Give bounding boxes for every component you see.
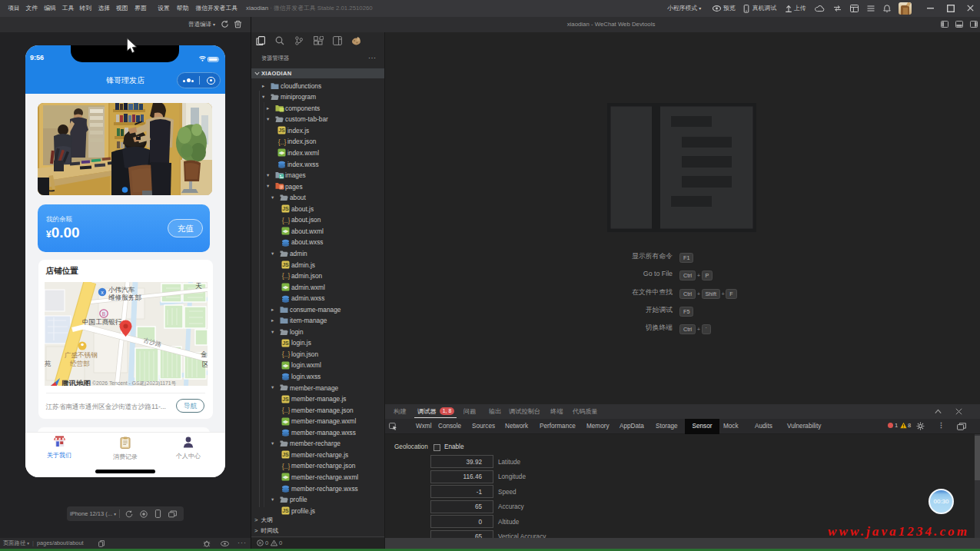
svg-text:◂▸: ◂▸ <box>278 150 286 157</box>
svg-text:◂▸: ◂▸ <box>282 418 290 425</box>
svg-text:{..}: {..} <box>282 350 291 358</box>
svg-text:x: x <box>101 290 104 295</box>
svg-text:{..}: {..} <box>282 216 291 224</box>
svg-text:中国工商银行: 中国工商银行 <box>82 318 122 326</box>
svg-text:◂▸: ◂▸ <box>282 227 290 234</box>
svg-text:◂▸: ◂▸ <box>282 284 290 290</box>
svg-text:◂▸: ◂▸ <box>282 362 290 369</box>
svg-text:B: B <box>101 311 105 317</box>
svg-text:{..}: {..} <box>282 462 291 470</box>
svg-text:JS: JS <box>282 262 289 267</box>
svg-text:{..}: {..} <box>282 407 291 414</box>
svg-text:{..}: {..} <box>282 272 291 280</box>
svg-text:JS: JS <box>282 508 289 513</box>
svg-text:天: 天 <box>195 282 202 290</box>
svg-text:金: 金 <box>201 350 208 358</box>
svg-text:◂▸: ◂▸ <box>282 474 290 481</box>
svg-text:腾讯地图: 腾讯地图 <box>61 379 91 386</box>
svg-text:区: 区 <box>202 360 208 368</box>
svg-text:©2026 Tencent - GS雮(2023)1171号: ©2026 Tencent - GS雮(2023)1171号 <box>92 380 177 386</box>
svg-text:经营部: 经营部 <box>70 360 90 367</box>
svg-text:苑: 苑 <box>45 360 51 367</box>
svg-text:JS: JS <box>282 453 289 458</box>
svg-text:{..}: {..} <box>278 138 287 145</box>
svg-text:小伟汽车: 小伟汽车 <box>108 286 135 294</box>
svg-text:JS: JS <box>282 207 289 212</box>
svg-text:维修服务部: 维修服务部 <box>108 294 141 301</box>
svg-text:JS: JS <box>278 128 285 134</box>
svg-text:JS: JS <box>282 397 289 402</box>
svg-text:JS: JS <box>282 340 289 346</box>
svg-text:广盛不锈钢: 广盛不锈钢 <box>65 351 98 359</box>
